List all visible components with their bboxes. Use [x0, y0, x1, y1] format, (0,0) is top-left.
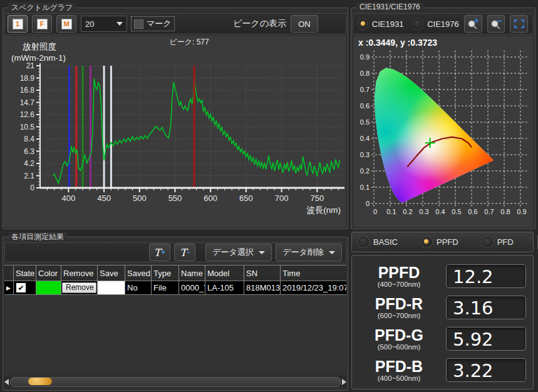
- time-cell: 2019/12/23_19:07:51: [281, 281, 346, 294]
- svg-text:6.3: 6.3: [24, 147, 34, 156]
- color-cell[interactable]: [36, 281, 61, 294]
- svg-text:0: 0: [373, 208, 377, 215]
- svg-text:0.9: 0.9: [517, 208, 526, 215]
- view-m-button[interactable]: M: [56, 15, 76, 33]
- column-header-model[interactable]: Model: [205, 266, 244, 281]
- peak-display-on-button[interactable]: ON: [291, 15, 318, 33]
- data-select-label: データ選択: [212, 247, 254, 258]
- chevron-down-icon: [259, 251, 265, 254]
- scrollbar-track[interactable]: [10, 377, 341, 387]
- radio-label: BASIC: [373, 237, 398, 247]
- view-1-button[interactable]: 1: [8, 15, 28, 33]
- readout-label: PFD-B: [352, 358, 446, 374]
- cie1976-radio[interactable]: [413, 19, 422, 29]
- add-text-button[interactable]: T+: [149, 244, 170, 261]
- wavelength-markers: [69, 66, 111, 188]
- readout-range: (400~500nm): [352, 374, 446, 382]
- save-cell[interactable]: [98, 281, 125, 294]
- scrollbar-thumb[interactable]: [28, 378, 52, 385]
- zoom-in-button[interactable]: [464, 15, 482, 33]
- plus-icon: +: [161, 248, 165, 257]
- column-header-remove[interactable]: Remove: [61, 266, 98, 281]
- column-header-time[interactable]: Time: [281, 266, 346, 281]
- readout-value: 12.2: [446, 264, 526, 288]
- radio-circle[interactable]: [422, 237, 432, 247]
- svg-text:0.4: 0.4: [435, 208, 445, 215]
- cie-coordinates-text: x :0.3449, y :0.3723: [353, 36, 533, 48]
- column-header-type[interactable]: Type: [152, 266, 179, 281]
- row-selector-icon[interactable]: ▶: [4, 281, 14, 294]
- cie-panel-title: CIE1931/CIE1976: [356, 3, 423, 11]
- svg-text:16.8: 16.8: [20, 86, 35, 95]
- radio-circle[interactable]: [358, 237, 369, 247]
- readout-value: 5.92: [446, 327, 526, 351]
- minus-icon: -: [187, 248, 190, 257]
- table-row[interactable]: ▶✔RemoveNoFile0000_YLA-105818M01322019/1…: [4, 281, 346, 295]
- scroll-left-icon[interactable]: [4, 379, 9, 385]
- state-checkbox[interactable]: ✔: [16, 282, 26, 293]
- radio-circle[interactable]: [482, 237, 493, 247]
- expand-arrows-icon: [514, 19, 525, 29]
- average-select[interactable]: 20: [81, 16, 127, 32]
- svg-text:0.4: 0.4: [360, 135, 370, 142]
- state-cell[interactable]: ✔: [14, 281, 36, 294]
- magnifier-plus-icon: [467, 18, 479, 29]
- ppfd-readouts: PPFD(400~700nm)12.2PFD-R(600~700nm)3.16P…: [351, 255, 534, 389]
- spectrum-curve: [53, 72, 339, 183]
- readout-value: 3.22: [446, 358, 526, 382]
- column-header-state[interactable]: State: [14, 266, 36, 281]
- peak-display-on-label: ON: [298, 19, 311, 29]
- mode-radio-basic[interactable]: BASIC: [358, 237, 398, 247]
- svg-text:0.9: 0.9: [360, 53, 370, 61]
- radio-label: PPFD: [437, 237, 458, 247]
- remove-button[interactable]: Remove: [62, 282, 96, 293]
- column-header-save[interactable]: Save: [98, 266, 125, 281]
- row-selector-header[interactable]: [4, 266, 14, 281]
- readout-row-pfd-b: PFD-B(400~500nm)3.22: [352, 358, 533, 383]
- readout-row-ppfd: PPFD(400~700nm)12.2: [352, 264, 533, 289]
- readout-range: (500~600nm): [352, 343, 446, 351]
- table-header-row: StateColorRemoveSaveSavedTypeNameModelSN…: [4, 265, 346, 281]
- mark-checkbox[interactable]: マーク: [132, 17, 174, 31]
- readout-label-block: PPFD(400~700nm): [352, 264, 446, 288]
- peak-display-label: ピークの表示: [233, 18, 286, 29]
- saved-cell: No: [125, 281, 152, 294]
- average-select-value: 20: [85, 19, 94, 29]
- cie-chart-area: x :0.3449, y :0.3723 000.10.10.20.20.30.…: [353, 36, 533, 227]
- mode-radio-ppfd[interactable]: PPFD: [422, 237, 458, 247]
- mode-radio-pfd[interactable]: PFD: [482, 237, 514, 247]
- svg-text:600: 600: [204, 193, 217, 203]
- svg-text:4.2: 4.2: [24, 159, 34, 168]
- scroll-right-icon[interactable]: [342, 379, 346, 385]
- zoom-out-button[interactable]: [487, 15, 505, 33]
- column-header-saved[interactable]: Saved: [125, 266, 152, 281]
- svg-text:0.5: 0.5: [360, 118, 370, 126]
- remove-text-button[interactable]: T-: [174, 244, 195, 261]
- model-cell: LA-105: [205, 281, 244, 294]
- svg-text:12.6: 12.6: [20, 110, 35, 119]
- mark-checkbox-box[interactable]: [134, 19, 143, 29]
- svg-text:700: 700: [275, 193, 289, 203]
- horizontal-scrollbar[interactable]: [4, 376, 346, 388]
- svg-text:0.7: 0.7: [360, 86, 370, 93]
- readout-label: PFD-G: [352, 327, 446, 343]
- svg-text:0.2: 0.2: [403, 208, 412, 215]
- svg-text:0.6: 0.6: [468, 208, 477, 215]
- column-header-name[interactable]: Name: [179, 266, 205, 281]
- column-header-sn[interactable]: SN: [244, 266, 281, 281]
- svg-text:750: 750: [310, 193, 324, 203]
- type-cell: File: [152, 281, 179, 294]
- column-header-color[interactable]: Color: [36, 266, 61, 281]
- svg-text:0.2: 0.2: [360, 167, 370, 175]
- readout-label-block: PFD-R(600~700nm): [352, 296, 446, 319]
- magnifier-minus-icon: [490, 18, 502, 29]
- readout-range: (400~700nm): [352, 281, 446, 288]
- results-panel: 各項目測定結果 T+ T- データ選択 データ削除 StateColorRemo…: [3, 237, 348, 391]
- view-f-button[interactable]: F: [32, 15, 52, 33]
- fit-view-button[interactable]: [510, 15, 528, 33]
- cie1931-radio[interactable]: [358, 19, 367, 29]
- cie1931-radio-label: CIE1931: [372, 19, 404, 29]
- data-select-button[interactable]: データ選択: [205, 244, 272, 261]
- data-delete-button[interactable]: データ削除: [276, 244, 342, 261]
- results-table: StateColorRemoveSaveSavedTypeNameModelSN…: [4, 265, 346, 374]
